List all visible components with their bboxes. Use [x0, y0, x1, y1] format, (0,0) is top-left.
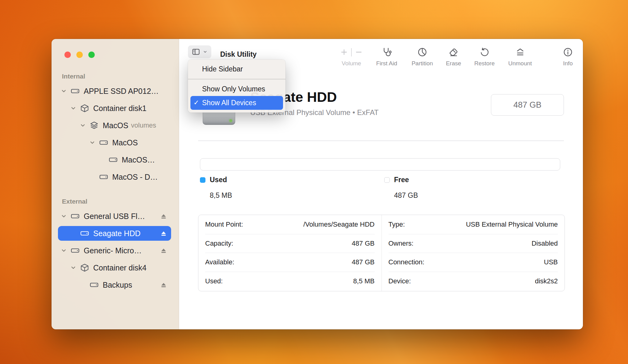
- sidebar-item-label: MacOS - D…: [112, 173, 158, 182]
- toolbar-button-label: Volume: [342, 60, 361, 67]
- checkmark-icon: ✓: [193, 99, 199, 107]
- menu-separator: [188, 79, 285, 79]
- partition-icon: [417, 46, 427, 58]
- disk-icon: [99, 172, 108, 182]
- partition-button[interactable]: Partition: [412, 46, 433, 67]
- menu-item-show-all-devices[interactable]: ✓Show All Devices: [190, 96, 283, 110]
- menu-item-label: Show All Devices: [202, 99, 256, 107]
- details-table: Mount Point:/Volumes/Seagate HDDCapacity…: [198, 215, 565, 291]
- legend-row: Used: [200, 176, 232, 184]
- detail-value: Disabled: [531, 239, 558, 247]
- first-aid-button[interactable]: First Aid: [376, 46, 397, 67]
- disk-icon: [80, 229, 89, 238]
- volumes-icon: [90, 121, 99, 130]
- detail-label: Available:: [205, 258, 234, 266]
- sidebar-item-label: Generic- Micro…: [84, 246, 142, 255]
- sidebar-item-label: MacOS: [103, 121, 128, 130]
- restore-icon: [479, 46, 490, 58]
- used-swatch: [200, 177, 205, 183]
- sidebar-item-macos-d[interactable]: MacOS - D…: [58, 170, 171, 184]
- detail-row: Used:8,5 MB: [205, 272, 375, 291]
- sidebar-item-macos[interactable]: MacOS…: [58, 152, 171, 167]
- sidebar-section-header: Internal: [62, 73, 179, 80]
- sidebar-item-container-disk4[interactable]: Container disk4: [58, 260, 171, 275]
- eject-icon[interactable]: [160, 281, 167, 289]
- unmount-icon: [515, 46, 525, 58]
- chevron-down-icon: [203, 49, 208, 54]
- detail-row: Device:disk2s2: [389, 272, 558, 291]
- disk-icon: [71, 246, 80, 255]
- sidebar-item-label: APPLE SSD AP012…: [84, 87, 159, 96]
- disk-icon: [71, 212, 80, 221]
- detail-value: 487 GB: [352, 258, 375, 266]
- details-left-column: Mount Point:/Volumes/Seagate HDDCapacity…: [198, 215, 381, 291]
- minimize-button[interactable]: [76, 52, 83, 58]
- chevron-down-icon[interactable]: [89, 139, 96, 146]
- legend-value: 487 GB: [394, 191, 418, 200]
- close-button[interactable]: [64, 52, 71, 58]
- menu-item-label: Show Only Volumes: [202, 85, 265, 93]
- desktop-wallpaper: InternalAPPLE SSD AP012…Container disk1M…: [0, 0, 628, 364]
- info-icon: [563, 46, 573, 58]
- sidebar-item-label: Backups: [103, 281, 132, 289]
- first-aid-icon: [381, 46, 392, 58]
- toolbar-button-label: Restore: [474, 60, 495, 67]
- legend-row: Free: [384, 176, 418, 184]
- menu-item-label: Hide Sidebar: [202, 65, 243, 73]
- window-title: Disk Utility: [220, 50, 257, 59]
- free-swatch: [384, 177, 390, 183]
- detail-label: Capacity:: [205, 239, 233, 247]
- disk-icon: [109, 155, 118, 164]
- container-icon: [80, 104, 89, 113]
- toolbar-button-label: First Aid: [376, 60, 397, 67]
- detail-label: Type:: [389, 220, 405, 228]
- chevron-placeholder: [98, 156, 105, 163]
- sidebar-item-label: General USB Fl…: [84, 212, 145, 221]
- zoom-button[interactable]: [88, 52, 95, 58]
- chevron-down-icon[interactable]: [70, 264, 77, 271]
- main-area: Disk Utility VolumeFirst AidPartitionEra…: [179, 39, 583, 329]
- sidebar-item-label: Container disk1: [93, 104, 147, 113]
- size-badge: 487 GB: [491, 94, 564, 116]
- toolbar-button-label: Info: [563, 60, 573, 67]
- chevron-down-icon[interactable]: [60, 213, 67, 220]
- eject-icon[interactable]: [160, 230, 167, 237]
- detail-label: Owners:: [389, 239, 414, 247]
- detail-label: Connection:: [389, 258, 424, 266]
- sidebar-options-menu: Hide SidebarShow Only Volumes✓Show All D…: [188, 59, 285, 113]
- detail-label: Device:: [389, 277, 411, 285]
- window-controls: [52, 52, 179, 58]
- detail-value: 487 GB: [352, 239, 375, 247]
- menu-item-show-only-volumes[interactable]: Show Only Volumes: [190, 82, 283, 96]
- sidebar-item-backups[interactable]: Backups: [58, 278, 171, 292]
- sidebar-item-apple-ssd-ap012[interactable]: APPLE SSD AP012…: [58, 84, 171, 98]
- chevron-down-icon[interactable]: [60, 88, 67, 94]
- menu-item-hide-sidebar[interactable]: Hide Sidebar: [190, 62, 283, 76]
- sidebar-item-seagate-hdd[interactable]: Seagate HDD: [58, 226, 171, 241]
- sidebar-item-container-disk1[interactable]: Container disk1: [58, 101, 171, 116]
- eject-icon[interactable]: [160, 213, 167, 220]
- info-button[interactable]: Info: [563, 46, 573, 67]
- disk-utility-window: InternalAPPLE SSD AP012…Container disk1M…: [52, 39, 583, 329]
- sidebar-item-generic-micro[interactable]: Generic- Micro…: [58, 243, 171, 258]
- chevron-down-icon[interactable]: [70, 105, 77, 112]
- chevron-down-icon[interactable]: [60, 247, 67, 254]
- sidebar-item-macos[interactable]: MacOSvolumes: [58, 118, 171, 133]
- volume-button: Volume: [340, 46, 363, 67]
- volume-icon: [340, 46, 363, 58]
- eject-icon[interactable]: [160, 247, 167, 255]
- detail-value: disk2s2: [535, 277, 558, 285]
- sidebar-item-general-usb-fl[interactable]: General USB Fl…: [58, 209, 171, 224]
- chevron-placeholder: [70, 230, 77, 237]
- unmount-button[interactable]: Unmount: [508, 46, 532, 67]
- erase-button[interactable]: Erase: [446, 46, 461, 67]
- restore-button[interactable]: Restore: [474, 46, 495, 67]
- legend-label: Free: [394, 176, 409, 184]
- chevron-down-icon[interactable]: [79, 122, 86, 129]
- detail-row: Owners:Disabled: [389, 234, 558, 253]
- sidebar-item-macos[interactable]: MacOS: [58, 135, 171, 150]
- sidebar-toggle-button[interactable]: [188, 45, 211, 58]
- disk-icon: [90, 280, 99, 289]
- detail-row: Mount Point:/Volumes/Seagate HDD: [205, 215, 375, 234]
- container-icon: [80, 263, 89, 272]
